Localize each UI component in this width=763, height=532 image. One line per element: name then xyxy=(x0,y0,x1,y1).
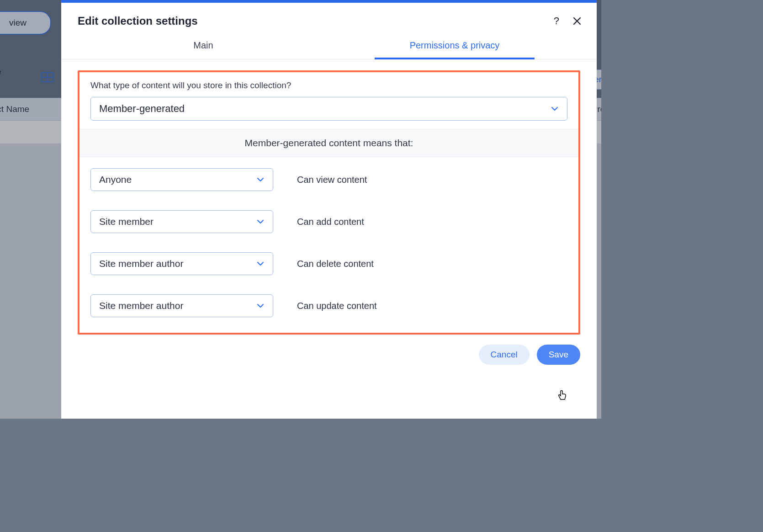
save-button[interactable]: Save xyxy=(537,345,580,365)
tab-permissions-label: Permissions & privacy xyxy=(410,40,500,50)
permission-rows: Anyone Can view content Site member Can … xyxy=(79,157,578,333)
delete-permission-label: Can delete content xyxy=(297,259,374,269)
chevron-down-icon xyxy=(551,105,559,113)
chevron-down-icon xyxy=(256,260,265,268)
delete-role-select[interactable]: Site member author xyxy=(90,252,273,275)
permission-row-add: Site member Can add content xyxy=(90,210,567,233)
cancel-button[interactable]: Cancel xyxy=(479,345,530,365)
cancel-button-label: Cancel xyxy=(491,350,518,360)
content-type-value: Member-generated xyxy=(99,103,185,115)
edit-collection-settings-modal: Edit collection settings ? Main Permissi… xyxy=(61,0,597,419)
add-role-select[interactable]: Site member xyxy=(90,210,273,233)
add-role-value: Site member xyxy=(99,216,154,227)
permission-row-view: Anyone Can view content xyxy=(90,168,567,191)
tab-permissions[interactable]: Permissions & privacy xyxy=(329,36,580,59)
update-role-value: Site member author xyxy=(99,300,183,311)
modal-title: Edit collection settings xyxy=(78,15,554,27)
save-button-label: Save xyxy=(549,350,568,360)
tab-main[interactable]: Main xyxy=(78,36,329,59)
content-type-explain: Member-generated content means that: xyxy=(79,129,578,157)
modal-footer: Cancel Save xyxy=(61,341,597,376)
add-permission-label: Can add content xyxy=(297,217,364,227)
view-permission-label: Can view content xyxy=(297,175,367,185)
cursor-hand-icon xyxy=(556,389,568,401)
view-role-value: Anyone xyxy=(99,174,132,185)
chevron-down-icon xyxy=(256,176,265,184)
help-icon[interactable]: ? xyxy=(554,15,559,27)
delete-role-value: Site member author xyxy=(99,258,183,269)
update-role-select[interactable]: Site member author xyxy=(90,294,273,317)
chevron-down-icon xyxy=(256,302,265,310)
permission-row-delete: Site member author Can delete content xyxy=(90,252,567,275)
permissions-panel: What type of content will you store in t… xyxy=(78,70,580,335)
permission-row-update: Site member author Can update content xyxy=(90,294,567,317)
chevron-down-icon xyxy=(256,218,265,226)
tab-main-label: Main xyxy=(193,40,213,50)
modal-header: Edit collection settings ? xyxy=(61,3,597,36)
close-icon[interactable] xyxy=(573,17,581,25)
modal-tabs: Main Permissions & privacy xyxy=(61,36,597,59)
content-type-select[interactable]: Member-generated xyxy=(90,97,567,121)
view-role-select[interactable]: Anyone xyxy=(90,168,273,191)
update-permission-label: Can update content xyxy=(297,301,377,311)
content-type-question: What type of content will you store in t… xyxy=(79,72,578,90)
